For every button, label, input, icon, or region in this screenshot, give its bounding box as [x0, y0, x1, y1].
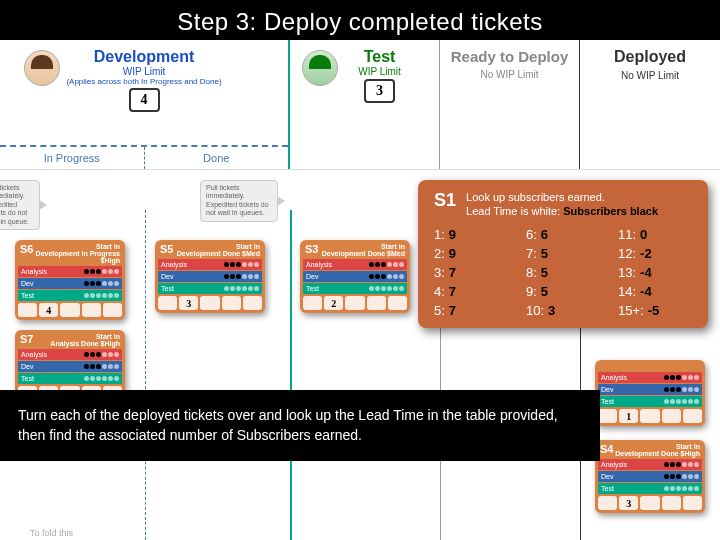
lookup-cell: 12:-2 — [618, 246, 692, 261]
ticket-meta: Start inAnalysis Done $High — [50, 333, 120, 347]
caption-text: Turn each of the deployed tickets over a… — [18, 407, 558, 443]
col-title-deployed: Deployed — [580, 48, 720, 66]
ticket-row-test: Test — [303, 283, 407, 294]
ticket-row-dev: Dev — [598, 384, 702, 395]
lookup-cell: 3:7 — [434, 265, 508, 280]
ticket-row-test: Test — [158, 283, 262, 294]
lookup-cell: 6:6 — [526, 227, 600, 242]
ticket-id: S4 — [600, 443, 613, 457]
lookup-cell: 5:7 — [434, 303, 508, 318]
ticket-footer-cell — [662, 496, 681, 510]
lookup-cell: 14:-4 — [618, 284, 692, 299]
hint-bubble: Pull tickets immediately. Expedited tick… — [0, 180, 40, 230]
ticket-meta: Start inDevelopment In Progress $High — [33, 243, 120, 264]
ticket-footer-cell — [345, 296, 364, 310]
ticket-row-analysis: Analysis — [18, 266, 122, 277]
ticket-footer-cell — [82, 303, 101, 317]
avatar-test — [302, 50, 338, 86]
lookup-line2b: Subscribers black — [563, 205, 658, 217]
lookup-cell: 11:0 — [618, 227, 692, 242]
lookup-cell: 7:5 — [526, 246, 600, 261]
ticket-footer-cell: 3 — [179, 296, 198, 310]
ticket-row-dev: Dev — [158, 271, 262, 282]
lookup-cell: 10:3 — [526, 303, 600, 318]
column-test: Test WIP Limit 3 — [290, 40, 440, 169]
ticket-footer-cell — [598, 409, 617, 423]
hint-text: Pull tickets immediately. Expedited tick… — [206, 184, 269, 216]
ticket-id: S5 — [160, 243, 173, 257]
lookup-cell: 13:-4 — [618, 265, 692, 280]
slide-title: Step 3: Deploy completed tickets — [0, 0, 720, 44]
ticket-footer-cell: 1 — [619, 409, 638, 423]
col-title-ready: Ready to Deploy — [440, 48, 579, 65]
hint-text: Pull tickets immediately. Expedited tick… — [0, 184, 29, 225]
ticket-footer-cell — [222, 296, 241, 310]
ticket-row-dev: Dev — [598, 471, 702, 482]
ticket-footer-cell — [388, 296, 407, 310]
ticket-footer-cell — [200, 296, 219, 310]
column-deployed: Deployed No WIP Limit — [580, 40, 720, 169]
ticket-footer-cell — [158, 296, 177, 310]
ticket-footer-cell — [640, 409, 659, 423]
ticket-id: S3 — [305, 243, 318, 257]
lookup-cell: 1:9 — [434, 227, 508, 242]
ticket-s4[interactable]: S4Start inDevelopment Done $HighAnalysis… — [595, 440, 705, 513]
ticket-footer-cell — [18, 303, 37, 317]
col-title-test: Test — [320, 48, 439, 66]
ticket-meta: Start inDevelopment Done $Med — [322, 243, 405, 257]
ticket-footer-cell — [103, 303, 122, 317]
lookup-cell: 4:7 — [434, 284, 508, 299]
ticket-row-analysis: Analysis — [598, 372, 702, 383]
column-ready: Ready to Deploy No WIP Limit — [440, 40, 580, 169]
ticket-row-test: Test — [18, 290, 122, 301]
lookup-cell: 9:5 — [526, 284, 600, 299]
ticket-row-test: Test — [18, 373, 122, 384]
ticket-s3[interactable]: S3Start inDevelopment Done $MedAnalysisD… — [300, 240, 410, 313]
ticket-footer-cell — [662, 409, 681, 423]
lookup-card[interactable]: S1 Look up subscribers earned. Lead Time… — [418, 180, 708, 328]
ticket-footer-cell — [598, 496, 617, 510]
fold-hint: To fold this — [30, 528, 73, 538]
ticket-id: S6 — [20, 243, 33, 264]
ticket-footer-cell — [367, 296, 386, 310]
ticket-footer-cell — [60, 303, 79, 317]
ticket-footer-cell — [243, 296, 262, 310]
ticket-s5[interactable]: S5Start inDevelopment Done $MedAnalysisD… — [155, 240, 265, 313]
ticket-footer-cell — [640, 496, 659, 510]
avatar-dev — [24, 50, 60, 86]
no-wip-label: No WIP Limit — [580, 70, 720, 82]
kanban-board: Development WIP Limit (Applies across bo… — [0, 40, 720, 540]
ticket-row-dev: Dev — [18, 278, 122, 289]
ticket-footer-cell — [303, 296, 322, 310]
lookup-cell: 2:9 — [434, 246, 508, 261]
column-development: Development WIP Limit (Applies across bo… — [0, 40, 290, 169]
caption-box: Turn each of the deployed tickets over a… — [0, 390, 600, 461]
ticket-row-analysis: Analysis — [18, 349, 122, 360]
ticket-footer-cell — [683, 409, 702, 423]
ticket-s_deploy1[interactable]: AnalysisDevTest1 — [595, 360, 705, 426]
subcol-in-progress: In Progress — [0, 147, 145, 169]
lookup-line1: Look up subscribers earned. — [466, 190, 658, 204]
lookup-cell: 15+:-5 — [618, 303, 692, 318]
ticket-footer-cell: 4 — [39, 303, 58, 317]
ticket-meta: Start inDevelopment Done $Med — [177, 243, 260, 257]
ticket-meta: Start inDevelopment Done $High — [615, 443, 700, 457]
ticket-row-dev: Dev — [18, 361, 122, 372]
ticket-id: S7 — [20, 333, 33, 347]
lookup-cell: 8:5 — [526, 265, 600, 280]
ticket-row-analysis: Analysis — [598, 459, 702, 470]
wip-value-test[interactable]: 3 — [364, 79, 395, 103]
ticket-s6[interactable]: S6Start inDevelopment In Progress $HighA… — [15, 240, 125, 320]
ticket-row-analysis: Analysis — [158, 259, 262, 270]
ticket-row-test: Test — [598, 483, 702, 494]
ticket-footer-cell: 3 — [619, 496, 638, 510]
wip-value-dev[interactable]: 4 — [129, 88, 160, 112]
ticket-row-test: Test — [598, 396, 702, 407]
hint-bubble: Pull tickets immediately. Expedited tick… — [200, 180, 278, 222]
lookup-grid: 1:96:611:02:97:512:-23:78:513:-44:79:514… — [434, 227, 692, 318]
no-wip-label: No WIP Limit — [440, 69, 579, 81]
ticket-footer-cell — [683, 496, 702, 510]
ticket-row-dev: Dev — [303, 271, 407, 282]
lookup-id: S1 — [434, 190, 456, 211]
ticket-footer-cell: 2 — [324, 296, 343, 310]
